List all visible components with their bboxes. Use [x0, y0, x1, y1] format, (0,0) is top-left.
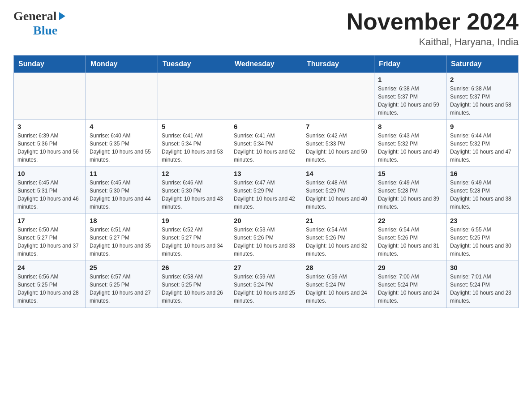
calendar-cell: 12Sunrise: 6:46 AM Sunset: 5:30 PM Dayli… — [158, 167, 230, 214]
day-info: Sunrise: 6:41 AM Sunset: 5:34 PM Dayligh… — [234, 132, 298, 164]
calendar-cell: 19Sunrise: 6:52 AM Sunset: 5:27 PM Dayli… — [158, 214, 230, 261]
day-info: Sunrise: 6:54 AM Sunset: 5:26 PM Dayligh… — [378, 226, 442, 258]
calendar-cell — [230, 73, 302, 120]
day-number: 25 — [90, 264, 154, 271]
day-info: Sunrise: 6:47 AM Sunset: 5:29 PM Dayligh… — [234, 179, 298, 211]
day-info: Sunrise: 6:42 AM Sunset: 5:33 PM Dayligh… — [306, 132, 370, 164]
day-info: Sunrise: 6:38 AM Sunset: 5:37 PM Dayligh… — [450, 85, 515, 117]
logo-blue-text: Blue — [33, 23, 57, 37]
calendar-week-5: 24Sunrise: 6:56 AM Sunset: 5:25 PM Dayli… — [14, 261, 519, 308]
day-number: 20 — [234, 217, 298, 224]
day-info: Sunrise: 6:48 AM Sunset: 5:29 PM Dayligh… — [306, 179, 370, 211]
logo-general-text: General — [13, 9, 56, 23]
calendar-week-2: 3Sunrise: 6:39 AM Sunset: 5:36 PM Daylig… — [14, 120, 519, 167]
day-number: 27 — [234, 264, 298, 271]
day-number: 12 — [162, 170, 226, 177]
day-info: Sunrise: 6:39 AM Sunset: 5:36 PM Dayligh… — [17, 132, 82, 164]
weekday-header-sunday: Sunday — [14, 56, 86, 73]
day-number: 23 — [450, 217, 515, 224]
calendar-cell: 11Sunrise: 6:45 AM Sunset: 5:30 PM Dayli… — [86, 167, 158, 214]
calendar-cell: 17Sunrise: 6:50 AM Sunset: 5:27 PM Dayli… — [14, 214, 86, 261]
calendar-cell: 25Sunrise: 6:57 AM Sunset: 5:25 PM Dayli… — [86, 261, 158, 308]
day-info: Sunrise: 7:01 AM Sunset: 5:24 PM Dayligh… — [450, 273, 515, 305]
calendar-cell — [302, 73, 374, 120]
day-number: 7 — [306, 123, 370, 130]
calendar-week-1: 1Sunrise: 6:38 AM Sunset: 5:37 PM Daylig… — [14, 73, 519, 120]
calendar-cell: 3Sunrise: 6:39 AM Sunset: 5:36 PM Daylig… — [14, 120, 86, 167]
day-number: 28 — [306, 264, 370, 271]
calendar-title-area: November 2024 Kaithal, Haryana, India — [347, 9, 519, 48]
day-info: Sunrise: 6:49 AM Sunset: 5:28 PM Dayligh… — [450, 179, 515, 211]
day-number: 3 — [17, 123, 82, 130]
day-number: 1 — [378, 76, 442, 83]
day-number: 5 — [162, 123, 226, 130]
calendar-cell: 22Sunrise: 6:54 AM Sunset: 5:26 PM Dayli… — [374, 214, 446, 261]
day-number: 22 — [378, 217, 442, 224]
page-header: General Blue November 2024 Kaithal, Hary… — [13, 9, 519, 48]
day-number: 9 — [450, 123, 515, 130]
weekday-header-saturday: Saturday — [446, 56, 519, 73]
day-info: Sunrise: 6:59 AM Sunset: 5:24 PM Dayligh… — [306, 273, 370, 305]
day-number: 10 — [17, 170, 82, 177]
weekday-header-wednesday: Wednesday — [230, 56, 302, 73]
calendar-cell — [86, 73, 158, 120]
calendar-cell: 24Sunrise: 6:56 AM Sunset: 5:25 PM Dayli… — [14, 261, 86, 308]
day-number: 13 — [234, 170, 298, 177]
calendar-week-4: 17Sunrise: 6:50 AM Sunset: 5:27 PM Dayli… — [14, 214, 519, 261]
calendar-cell: 21Sunrise: 6:54 AM Sunset: 5:26 PM Dayli… — [302, 214, 374, 261]
day-number: 8 — [378, 123, 442, 130]
day-number: 21 — [306, 217, 370, 224]
day-number: 24 — [17, 264, 82, 271]
day-info: Sunrise: 6:52 AM Sunset: 5:27 PM Dayligh… — [162, 226, 226, 258]
day-number: 19 — [162, 217, 226, 224]
day-info: Sunrise: 6:43 AM Sunset: 5:32 PM Dayligh… — [378, 132, 442, 164]
calendar-cell — [158, 73, 230, 120]
logo-arrow-icon — [57, 11, 67, 21]
day-info: Sunrise: 6:40 AM Sunset: 5:35 PM Dayligh… — [90, 132, 154, 164]
svg-marker-0 — [59, 12, 65, 20]
day-info: Sunrise: 6:49 AM Sunset: 5:28 PM Dayligh… — [378, 179, 442, 211]
day-number: 6 — [234, 123, 298, 130]
calendar-week-3: 10Sunrise: 6:45 AM Sunset: 5:31 PM Dayli… — [14, 167, 519, 214]
weekday-header-monday: Monday — [86, 56, 158, 73]
logo: General Blue — [13, 9, 67, 38]
day-number: 11 — [90, 170, 154, 177]
day-info: Sunrise: 6:38 AM Sunset: 5:37 PM Dayligh… — [378, 85, 442, 117]
day-number: 26 — [162, 264, 226, 271]
calendar-cell: 26Sunrise: 6:58 AM Sunset: 5:25 PM Dayli… — [158, 261, 230, 308]
calendar-cell: 1Sunrise: 6:38 AM Sunset: 5:37 PM Daylig… — [374, 73, 446, 120]
day-info: Sunrise: 7:00 AM Sunset: 5:24 PM Dayligh… — [378, 273, 442, 305]
calendar-cell: 6Sunrise: 6:41 AM Sunset: 5:34 PM Daylig… — [230, 120, 302, 167]
calendar-cell: 23Sunrise: 6:55 AM Sunset: 5:25 PM Dayli… — [446, 214, 519, 261]
calendar-cell: 14Sunrise: 6:48 AM Sunset: 5:29 PM Dayli… — [302, 167, 374, 214]
weekday-header-friday: Friday — [374, 56, 446, 73]
day-number: 16 — [450, 170, 515, 177]
calendar-cell: 5Sunrise: 6:41 AM Sunset: 5:34 PM Daylig… — [158, 120, 230, 167]
calendar-cell: 9Sunrise: 6:44 AM Sunset: 5:32 PM Daylig… — [446, 120, 519, 167]
calendar-subtitle: Kaithal, Haryana, India — [347, 36, 519, 48]
day-info: Sunrise: 6:58 AM Sunset: 5:25 PM Dayligh… — [162, 273, 226, 305]
calendar-table: SundayMondayTuesdayWednesdayThursdayFrid… — [13, 55, 519, 308]
weekday-header-thursday: Thursday — [302, 56, 374, 73]
day-number: 14 — [306, 170, 370, 177]
day-info: Sunrise: 6:51 AM Sunset: 5:27 PM Dayligh… — [90, 226, 154, 258]
day-info: Sunrise: 6:56 AM Sunset: 5:25 PM Dayligh… — [17, 273, 82, 305]
calendar-cell: 28Sunrise: 6:59 AM Sunset: 5:24 PM Dayli… — [302, 261, 374, 308]
day-number: 29 — [378, 264, 442, 271]
day-info: Sunrise: 6:59 AM Sunset: 5:24 PM Dayligh… — [234, 273, 298, 305]
calendar-title: November 2024 — [347, 9, 519, 34]
calendar-cell: 4Sunrise: 6:40 AM Sunset: 5:35 PM Daylig… — [86, 120, 158, 167]
calendar-cell: 13Sunrise: 6:47 AM Sunset: 5:29 PM Dayli… — [230, 167, 302, 214]
calendar-cell — [14, 73, 86, 120]
day-number: 18 — [90, 217, 154, 224]
calendar-cell: 7Sunrise: 6:42 AM Sunset: 5:33 PM Daylig… — [302, 120, 374, 167]
calendar-cell: 27Sunrise: 6:59 AM Sunset: 5:24 PM Dayli… — [230, 261, 302, 308]
calendar-cell: 2Sunrise: 6:38 AM Sunset: 5:37 PM Daylig… — [446, 73, 519, 120]
calendar-cell: 8Sunrise: 6:43 AM Sunset: 5:32 PM Daylig… — [374, 120, 446, 167]
day-number: 15 — [378, 170, 442, 177]
day-info: Sunrise: 6:45 AM Sunset: 5:31 PM Dayligh… — [17, 179, 82, 211]
calendar-cell: 10Sunrise: 6:45 AM Sunset: 5:31 PM Dayli… — [14, 167, 86, 214]
day-info: Sunrise: 6:41 AM Sunset: 5:34 PM Dayligh… — [162, 132, 226, 164]
calendar-cell: 30Sunrise: 7:01 AM Sunset: 5:24 PM Dayli… — [446, 261, 519, 308]
day-info: Sunrise: 6:44 AM Sunset: 5:32 PM Dayligh… — [450, 132, 515, 164]
